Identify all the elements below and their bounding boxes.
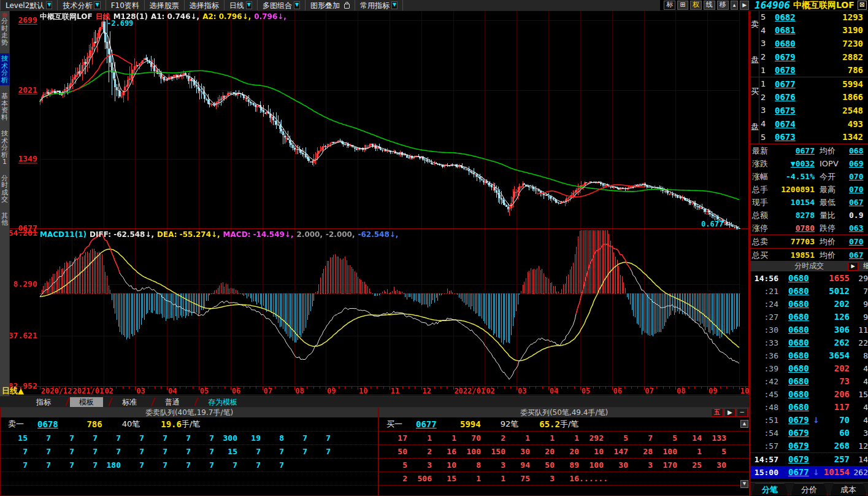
tape-row[interactable]: 14:560680165529 xyxy=(750,272,868,285)
sidebar-tab-6[interactable]: 其他 xyxy=(0,211,9,228)
tape-row[interactable]: :21068050127 xyxy=(750,285,868,298)
queue-row: 77771807777777 xyxy=(1,459,378,472)
menu-item-5[interactable]: 选择指标 xyxy=(185,0,225,10)
indicator-tab-1[interactable]: 指标 xyxy=(27,397,60,407)
indicator-tab-4[interactable]: 普通 xyxy=(156,397,189,407)
orderbook-price[interactable]: 0676 xyxy=(775,92,807,102)
tape-row[interactable]: :36068036548 xyxy=(750,349,868,362)
orderbook-price[interactable]: 0673 xyxy=(775,132,807,142)
tape-volume: 202 xyxy=(820,362,850,375)
tape-count: 3 xyxy=(850,427,868,440)
stat-value[interactable]: ▼0032 xyxy=(777,157,815,170)
menu-item-8[interactable]: 图形叠加 xyxy=(305,0,355,10)
scroll-up-icon[interactable]: ▲ xyxy=(740,420,748,428)
dropdown-arrow-icon[interactable]: ▼ xyxy=(294,1,300,9)
tape-row[interactable]: :2406802029 xyxy=(750,298,868,311)
dropdown-arrow-icon[interactable]: ▼ xyxy=(94,1,100,9)
tool-权-button[interactable]: 权 xyxy=(690,1,702,10)
stat-value[interactable]: 068 xyxy=(849,144,867,157)
menu-item-7[interactable]: 多图组合▼ xyxy=(258,0,305,10)
dropdown-arrow-icon[interactable]: ▼ xyxy=(246,1,252,9)
orderbook-price[interactable]: 0682 xyxy=(775,12,807,22)
grid-icon[interactable]: ⊞ xyxy=(677,1,688,10)
scroll-down-icon[interactable]: ▼ xyxy=(740,480,748,488)
menu-item-1[interactable]: Level2默认▼ xyxy=(0,0,58,10)
queue-value: 7 xyxy=(167,459,191,471)
stat-value[interactable]: 067 xyxy=(849,196,867,209)
tape-row[interactable]: :4806801174 xyxy=(750,401,868,414)
five-levels-button[interactable]: 五 xyxy=(711,408,723,417)
tape-next-icon[interactable]: ▶ xyxy=(848,262,858,271)
queue-value: 1 xyxy=(432,432,456,444)
indicator-tab-5[interactable]: 存为模板 xyxy=(199,397,247,407)
tape-tab-3[interactable]: 成本 xyxy=(830,483,867,495)
expand-button[interactable]: ▶ xyxy=(724,408,735,417)
tape-row[interactable]: :540679603 xyxy=(750,427,868,440)
menu-item-4[interactable]: 选择股票 xyxy=(145,0,185,10)
stat-value[interactable]: 0780 xyxy=(777,222,815,234)
tape-row[interactable]: :57067926812 xyxy=(750,440,868,452)
menu-item-2[interactable]: 技术分析▼ xyxy=(58,0,106,10)
indicator-tab-2[interactable]: 模板 xyxy=(70,397,103,407)
tape-row[interactable]: :2706801269 xyxy=(750,311,868,324)
buy-one-price[interactable]: 0677 xyxy=(416,417,437,431)
orderbook-price[interactable]: 0681 xyxy=(775,25,807,35)
orderbook-price[interactable]: 0677 xyxy=(775,79,807,89)
sidebar-tab-3[interactable]: 基本资料 xyxy=(0,91,9,123)
orderbook-price[interactable]: 0679 xyxy=(775,52,807,62)
orderbook-price[interactable]: 0674 xyxy=(775,119,807,129)
tool-标-button[interactable]: 标 xyxy=(664,1,675,10)
dropdown-arrow-icon[interactable]: ▼ xyxy=(46,1,52,9)
tape-tab-2[interactable]: 分价 xyxy=(791,483,828,495)
orderbook-price[interactable]: 0678 xyxy=(775,65,807,75)
sidebar-tab-5[interactable]: 分时成交 xyxy=(0,173,9,205)
tape-row[interactable]: 14:57067925714 xyxy=(750,452,868,466)
orderbook-price[interactable]: 0680 xyxy=(775,39,807,48)
price-macd-chart[interactable] xyxy=(9,10,750,396)
stat-value[interactable]: 067 xyxy=(849,249,867,262)
tape-row[interactable]: :510679↓704 xyxy=(750,414,868,427)
menu-item-9[interactable]: 常用指标▼ xyxy=(355,0,403,10)
settings-gear-icon[interactable]: ☼ xyxy=(1,11,8,20)
tool-线-button[interactable]: 线 xyxy=(704,1,715,10)
tool-移-button[interactable]: 移 xyxy=(717,1,729,10)
menu-item-label: F10资料 xyxy=(111,1,139,10)
sidebar-tab-4[interactable]: 技术分析1 xyxy=(0,128,9,168)
sidebar-tab-1[interactable]: 分时走势 xyxy=(0,16,9,48)
play-forward-icon[interactable]: ▶ xyxy=(740,1,749,10)
orderbook-price[interactable]: 0675 xyxy=(775,106,807,115)
minimize-button[interactable]: − xyxy=(737,408,748,417)
tape-tab-1[interactable]: 分笔 xyxy=(751,483,788,495)
close-icon[interactable]: ⊠ xyxy=(858,1,867,10)
queue-value: 5 xyxy=(702,445,726,458)
stat-value[interactable]: 070 xyxy=(849,183,867,196)
indicator-tab-3[interactable]: 标准 xyxy=(113,397,146,407)
menu-item-6[interactable]: 日线▼ xyxy=(225,0,258,10)
tape-row[interactable]: :420680734 xyxy=(750,375,868,388)
menu-item-3[interactable]: F10资料 xyxy=(106,0,145,10)
stat-value[interactable]: 069 xyxy=(849,157,867,170)
tape-row[interactable]: :45068020615 xyxy=(750,388,868,401)
tape-row[interactable]: 15:000677↓10154262 xyxy=(750,466,868,479)
sidebar-tab-2[interactable]: 技术分析 xyxy=(0,53,9,85)
sell-one-price[interactable]: 0678 xyxy=(37,417,58,431)
queue-value: 7 xyxy=(261,459,284,471)
orderbook-buy-row: 506731342 xyxy=(750,130,868,144)
tape-count: 4 xyxy=(850,401,868,414)
period-badge[interactable]: 日线▲ xyxy=(2,386,24,397)
tape-row[interactable]: :30068030611 xyxy=(750,324,868,336)
dropdown-arrow-icon[interactable]: ▼ xyxy=(391,1,398,9)
stat-value[interactable]: 070 xyxy=(849,235,867,248)
tape-row[interactable]: :33068026222 xyxy=(750,336,868,349)
chart-period[interactable]: 日线 xyxy=(96,12,110,21)
queue-value: 292 xyxy=(579,432,604,444)
stat-value[interactable]: 063 xyxy=(849,222,867,234)
tape-row[interactable]: :3906802024 xyxy=(750,362,868,375)
scroll-up-window-icon[interactable]: ▴ xyxy=(731,1,739,10)
tape-time: :33 xyxy=(750,336,778,349)
tape-more-label[interactable]: 细 xyxy=(862,261,868,271)
stat-value[interactable]: 070 xyxy=(849,170,867,183)
menu-item-label: 常用指标 xyxy=(360,1,390,10)
stat-label: 最高 xyxy=(820,183,849,196)
stat-value[interactable]: 0677 xyxy=(777,144,815,157)
